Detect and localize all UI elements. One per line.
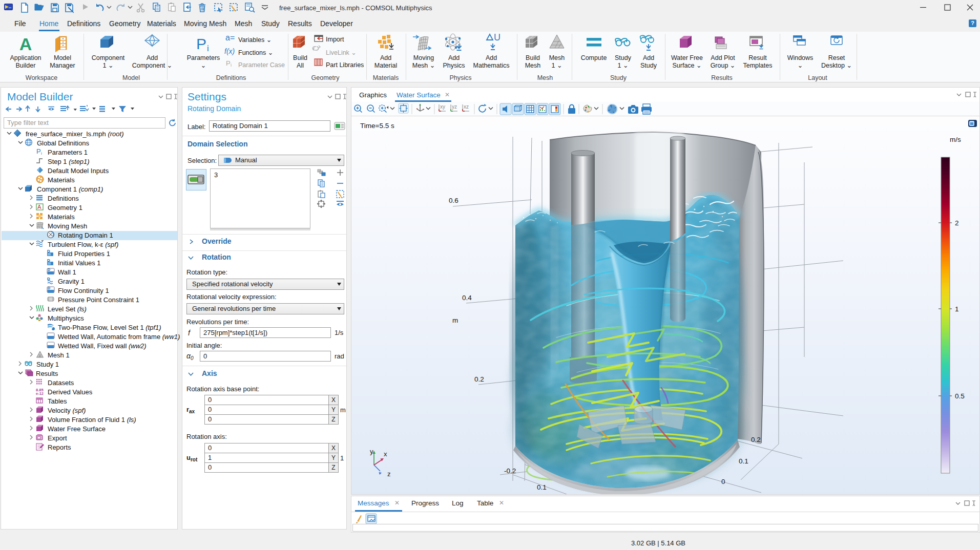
svg-text:P: P [196,35,206,52]
svg-text:f(x): f(x) [224,47,235,55]
svg-text:A: A [19,34,32,54]
svg-text:A: A [37,204,41,210]
svg-text:2: 2 [955,219,959,227]
svg-text:0.5: 0.5 [955,392,965,400]
svg-text:0: 0 [721,478,725,485]
svg-text:i: i [41,151,42,156]
svg-text:m: m [452,316,458,324]
svg-text:0.6: 0.6 [449,197,458,204]
svg-text:xz: xz [464,104,469,110]
svg-text:0.2: 0.2 [474,375,484,383]
svg-text:e-12: e-12 [36,391,44,396]
svg-text:U: U [494,32,501,43]
svg-text:xy: xy [440,104,445,110]
svg-text:1: 1 [955,305,959,313]
svg-text:x: x [384,450,387,458]
svg-text:m/s: m/s [950,136,961,143]
svg-text:z: z [387,470,391,478]
svg-text:D: D [48,286,50,290]
svg-text:-0.2: -0.2 [504,467,516,475]
svg-text:a=: a= [225,33,235,42]
svg-text:i: i [231,62,232,68]
svg-text:Time=5.5 s: Time=5.5 s [360,122,394,130]
svg-text:0.4: 0.4 [462,294,472,302]
svg-text:D: D [48,268,50,271]
svg-text:i: i [207,44,209,53]
svg-text:y: y [370,448,373,455]
svg-text:0.1: 0.1 [537,483,547,491]
svg-text:0.1: 0.1 [739,457,748,465]
svg-text:P: P [226,59,231,67]
svg-text:0.2: 0.2 [751,436,761,443]
svg-text:yz: yz [452,104,457,110]
svg-text:P: P [36,147,41,155]
